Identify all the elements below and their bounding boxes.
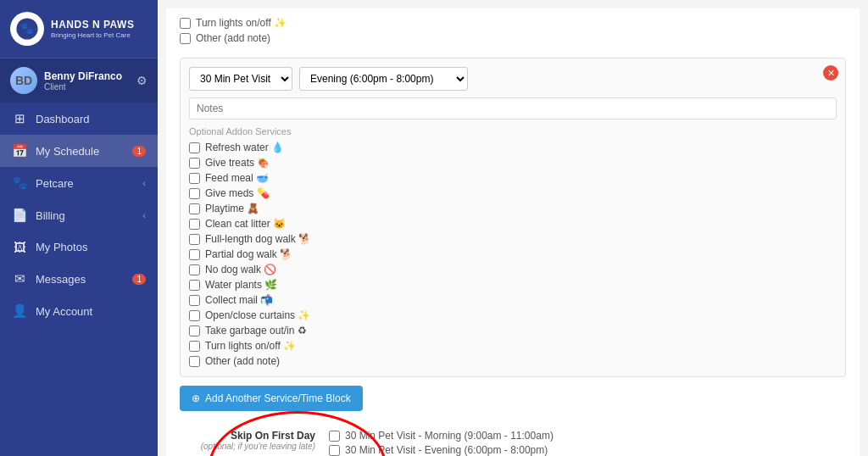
skip-first-day-evening-checkbox[interactable] [329,445,340,456]
messages-icon: ✉ [12,271,27,286]
checkbox-lights-top[interactable] [180,18,191,29]
app-tagline: Bringing Heart to Pet Care [51,31,134,39]
skip-first-day-morning-label: 30 Min Pet Visit - Morning (9:00am - 11:… [345,430,554,442]
user-section: BD Benny DiFranco Client ⚙ [0,58,158,103]
messages-badge: 1 [132,274,146,285]
addon-label-12: Take garbage out/in ♻ [205,325,307,336]
addon-label-7: Partial dog walk 🐕 [205,248,292,260]
checkbox-other-top-label: Other (add note) [196,32,270,44]
checkbox-lights-top-label: Turn lights on/off ✨ [196,17,287,29]
add-icon: ⊕ [192,392,200,404]
addon-label-13: Turn lights on/off ✨ [205,340,296,352]
sidebar-item-my-account-label: My Account [36,305,92,318]
gear-icon[interactable]: ⚙ [136,74,147,87]
addon-item-12: Take garbage out/in ♻ [189,324,837,337]
addon-label-11: Open/close curtains ✨ [205,309,310,321]
notes-input[interactable] [189,97,837,120]
skip-first-day-label-col: Skip On First Day (optional; if you're l… [180,430,315,451]
sidebar-item-my-account[interactable]: 👤 My Account [0,295,158,327]
checkbox-row-other-top: Other (add note) [180,31,846,46]
billing-icon: 📄 [12,208,27,223]
visit-type-select[interactable]: 30 Min Pet Visit 60 Min Pet Visit Drop I… [189,67,292,91]
addon-item-3: Give meds 💊 [189,186,837,200]
addon-item-4: Playtime 🧸 [189,202,837,215]
addon-label-2: Feed meal 🥣 [205,172,269,184]
svg-text:🐾: 🐾 [20,22,34,36]
addon-item-1: Give treats 🍖 [189,156,837,170]
addon-checkbox-12[interactable] [189,325,200,336]
addon-checkbox-3[interactable] [189,188,200,199]
sidebar-item-my-photos-label: My Photos [36,241,87,253]
addon-label-10: Collect mail 📬 [205,294,273,306]
logo-text: HANDS N PAWS Bringing Heart to Pet Care [51,19,134,38]
skip-first-day-label: Skip On First Day [180,430,315,442]
content-area: Turn lights on/off ✨ Other (add note) ✕ … [166,8,860,456]
addon-checkbox-7[interactable] [189,249,200,260]
addon-checkbox-6[interactable] [189,234,200,245]
addon-checkbox-4[interactable] [189,203,200,214]
addon-checkbox-13[interactable] [189,341,200,352]
addon-checkbox-5[interactable] [189,219,200,230]
addon-checkbox-8[interactable] [189,264,200,275]
sidebar-item-messages[interactable]: ✉ Messages 1 [0,263,158,295]
skip-section: Skip On First Day (optional; if you're l… [166,420,860,456]
add-service-label: Add Another Service/Time Block [205,392,351,404]
sidebar-item-messages-label: Messages [36,273,86,286]
account-icon: 👤 [12,303,27,319]
petcare-chevron: ‹ [142,178,146,188]
skip-first-day-morning-checkbox[interactable] [329,431,340,442]
service-block: ✕ 30 Min Pet Visit 60 Min Pet Visit Drop… [180,58,846,377]
skip-first-day-row: Skip On First Day (optional; if you're l… [180,430,846,456]
addon-checkbox-0[interactable] [189,142,200,153]
addon-checkbox-9[interactable] [189,280,200,291]
sidebar-item-dashboard[interactable]: ⊞ Dashboard [0,103,158,135]
user-role: Client [44,82,130,92]
avatar: BD [10,67,37,94]
sidebar-item-billing[interactable]: 📄 Billing ‹ [0,199,158,231]
schedule-badge: 1 [132,146,146,157]
close-service-block-button[interactable]: ✕ [823,65,838,81]
checkbox-row-lights-top: Turn lights on/off ✨ [180,15,846,31]
addon-label-0: Refresh water 💧 [205,142,284,153]
photos-icon: 🖼 [12,240,27,254]
addon-checkbox-1[interactable] [189,158,200,169]
addon-item-0: Refresh water 💧 [189,141,837,154]
addon-checkbox-10[interactable] [189,295,200,306]
addon-checkbox-2[interactable] [189,173,200,184]
petcare-icon: 🐾 [12,175,27,191]
addon-label-4: Playtime 🧸 [205,203,259,214]
sidebar-item-my-photos[interactable]: 🖼 My Photos [0,231,158,263]
addon-item-13: Turn lights on/off ✨ [189,339,837,353]
addon-label-3: Give meds 💊 [205,187,270,199]
sidebar-item-petcare[interactable]: 🐾 Petcare ‹ [0,167,158,199]
add-service-button[interactable]: ⊕ Add Another Service/Time Block [180,386,363,411]
addon-item-2: Feed meal 🥣 [189,171,837,185]
addon-item-8: No dog walk 🚫 [189,263,837,276]
top-checkboxes: Turn lights on/off ✨ Other (add note) [166,8,860,49]
addon-item-11: Open/close curtains ✨ [189,309,837,322]
user-info: Benny DiFranco Client [44,70,130,92]
addon-label-1: Give treats 🍖 [205,157,270,169]
addon-checkbox-14[interactable] [189,356,200,367]
addon-label-5: Clean cat litter 🐱 [205,218,286,230]
addon-item-6: Full-length dog walk 🐕 [189,232,837,246]
skip-first-day-options: 30 Min Pet Visit - Morning (9:00am - 11:… [329,430,554,456]
skip-first-day-sublabel: (optional; if you're leaving late) [180,442,315,451]
logo-icon: 🐾 [10,12,44,46]
addon-item-5: Clean cat litter 🐱 [189,217,837,231]
addon-label: Optional Addon Services [189,126,837,136]
addon-item-9: Water plants 🌿 [189,278,837,292]
checkbox-other-top[interactable] [180,33,191,44]
app-name: HANDS N PAWS [51,19,134,31]
addon-checkbox-11[interactable] [189,310,200,321]
user-name: Benny DiFranco [44,70,130,82]
time-slot-select[interactable]: Morning (9:00am - 11:00am) Afternoon (12… [299,67,468,91]
addon-label-9: Water plants 🌿 [205,279,277,291]
addon-item-14: Other (add note) [189,354,837,368]
addon-label-8: No dog walk 🚫 [205,264,276,275]
sidebar-item-my-schedule[interactable]: 📅 My Schedule 1 [0,135,158,167]
billing-chevron: ‹ [142,210,146,220]
sidebar-item-my-schedule-label: My Schedule [36,145,99,158]
addon-item-10: Collect mail 📬 [189,293,837,307]
sidebar-item-petcare-label: Petcare [36,177,74,190]
